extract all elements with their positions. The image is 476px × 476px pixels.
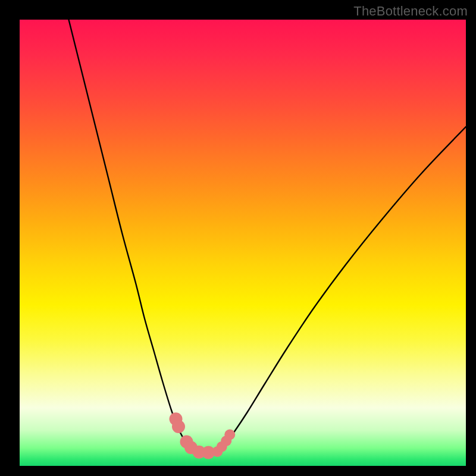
bottleneck-curve [69, 20, 466, 453]
curve-marker [172, 420, 185, 433]
curve-marker [224, 430, 235, 440]
plot-area [20, 20, 466, 466]
curve-markers-right [212, 430, 235, 458]
watermark-text: TheBottleneck.com [353, 4, 468, 19]
curve-markers-left [170, 412, 215, 459]
chart-svg [20, 20, 466, 466]
outer-frame: TheBottleneck.com [0, 0, 476, 476]
